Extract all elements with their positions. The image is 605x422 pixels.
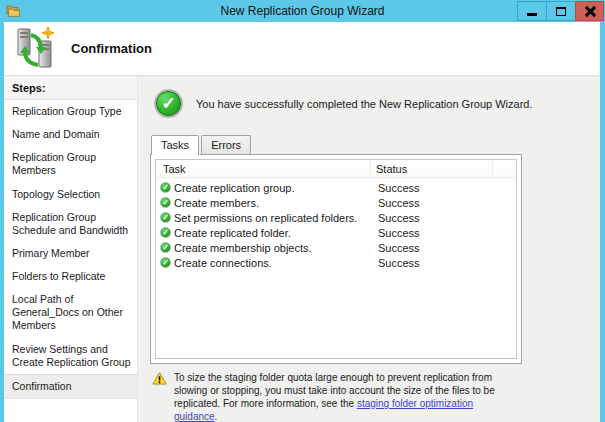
task-cell: Create replicated folder.: [174, 227, 371, 239]
column-header-spacer: [493, 160, 516, 177]
tab-tasks[interactable]: Tasks: [151, 135, 199, 155]
sidebar-step-item: Primary Member: [4, 242, 137, 265]
staging-warning: To size the staging folder quota large e…: [152, 371, 600, 422]
window-controls: [517, 1, 604, 21]
task-success-icon: ✓: [160, 212, 171, 223]
task-success-icon: ✓: [160, 257, 171, 268]
sidebar-step-item: Confirmation: [4, 374, 137, 399]
tab-errors[interactable]: Errors: [201, 135, 251, 154]
wizard-window: New Replication Group Wizard: [0, 0, 605, 422]
steps-heading: Steps:: [4, 76, 137, 100]
table-row[interactable]: ✓ Create members. Success: [156, 195, 516, 210]
task-cell: Create membership objects.: [174, 242, 371, 254]
close-button[interactable]: [575, 1, 604, 21]
completion-banner: ✓ You have successfully completed the Ne…: [154, 89, 600, 118]
sidebar-step-item: Folders to Replicate: [4, 265, 137, 288]
maximize-icon: [556, 7, 566, 16]
result-tabs: Tasks Errors: [151, 135, 600, 154]
titlebar[interactable]: New Replication Group Wizard: [0, 0, 605, 22]
sidebar-step-item: Name and Domain: [4, 123, 137, 146]
check-glyph: ✓: [162, 259, 169, 267]
tasks-tab-panel: Task Status ✓ Create replication group. …: [150, 154, 522, 364]
table-header: Task Status: [156, 160, 516, 178]
tasks-table: Task Status ✓ Create replication group. …: [155, 159, 517, 359]
status-cell: Success: [371, 197, 420, 209]
page-title: Confirmation: [71, 41, 152, 56]
minimize-icon: [527, 13, 537, 16]
status-cell: Success: [371, 257, 420, 269]
status-cell: Success: [371, 212, 420, 224]
success-message: You have successfully completed the New …: [196, 98, 532, 110]
main-panel: ✓ You have successfully completed the Ne…: [138, 76, 600, 422]
table-row[interactable]: ✓ Create replication group. Success: [156, 180, 516, 195]
task-cell: Create members.: [174, 197, 371, 209]
success-icon: ✓: [154, 89, 183, 118]
replication-servers-icon: [14, 27, 56, 71]
column-header-task[interactable]: Task: [156, 160, 371, 177]
warning-text-period: .: [215, 411, 218, 422]
check-glyph: ✓: [162, 244, 169, 252]
task-cell: Set permissions on replicated folders.: [174, 212, 371, 224]
check-glyph: ✓: [161, 93, 175, 114]
task-success-icon: ✓: [160, 227, 171, 238]
steps-sidebar: Steps: Replication Group Type Name and D…: [4, 76, 138, 422]
warning-text: To size the staging folder quota large e…: [174, 371, 496, 422]
sidebar-step-item: Replication Group Schedule and Bandwidth: [4, 206, 137, 242]
table-row[interactable]: ✓ Create replicated folder. Success: [156, 225, 516, 240]
close-icon: [584, 5, 596, 17]
warning-icon: [152, 372, 167, 385]
sidebar-step-item: Replication Group Type: [4, 100, 137, 123]
table-row[interactable]: ✓ Set permissions on replicated folders.…: [156, 210, 516, 225]
task-success-icon: ✓: [160, 242, 171, 253]
table-row[interactable]: ✓ Create connections. Success: [156, 255, 516, 270]
column-header-status[interactable]: Status: [371, 160, 493, 177]
sidebar-step-item: Review Settings and Create Replication G…: [4, 338, 137, 374]
task-success-icon: ✓: [160, 197, 171, 208]
steps-list: Replication Group Type Name and Domain R…: [4, 100, 137, 399]
window-icon[interactable]: [5, 4, 21, 18]
check-glyph: ✓: [162, 229, 169, 237]
sidebar-step-item: Local Path of General_Docs on Other Memb…: [4, 288, 137, 337]
maximize-button[interactable]: [546, 1, 575, 21]
status-cell: Success: [371, 242, 420, 254]
check-glyph: ✓: [162, 184, 169, 192]
sidebar-step-item: Replication Group Members: [4, 146, 137, 182]
check-glyph: ✓: [162, 214, 169, 222]
table-row[interactable]: ✓ Create membership objects. Success: [156, 240, 516, 255]
check-glyph: ✓: [162, 199, 169, 207]
task-success-icon: ✓: [160, 182, 171, 193]
wizard-header: Confirmation: [4, 22, 600, 76]
window-title: New Replication Group Wizard: [0, 4, 605, 18]
task-cell: Create replication group.: [174, 182, 371, 194]
status-cell: Success: [371, 227, 420, 239]
status-cell: Success: [371, 182, 420, 194]
sidebar-step-item: Topology Selection: [4, 183, 137, 206]
minimize-button[interactable]: [517, 1, 546, 21]
task-cell: Create connections.: [174, 257, 371, 269]
table-body: ✓ Create replication group. Success ✓ Cr…: [156, 178, 516, 358]
